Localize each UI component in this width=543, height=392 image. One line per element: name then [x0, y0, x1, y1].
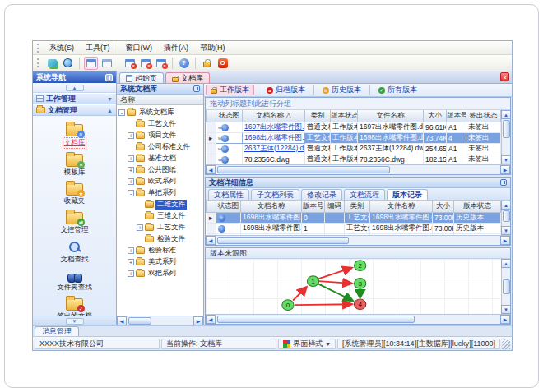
- resize-grip[interactable]: [502, 339, 510, 349]
- scrollbar-thumb[interactable]: [217, 166, 390, 173]
- column-file-name[interactable]: 文件名称: [370, 201, 433, 212]
- scroll-down-icon[interactable]: ▼: [501, 305, 510, 314]
- tree-horizontal-scrollbar[interactable]: ◀ ▶: [117, 316, 203, 325]
- sidebar-item-document-library[interactable]: ≡ 文档库: [38, 121, 112, 149]
- table-horizontal-scrollbar[interactable]: ◀ ▶: [206, 164, 510, 174]
- tree-item[interactable]: +美式系列: [118, 256, 203, 268]
- expand-icon[interactable]: +: [128, 167, 134, 173]
- tree-item[interactable]: 工艺文件: [118, 118, 203, 130]
- column-version-no[interactable]: 版本号: [302, 201, 325, 212]
- chevron-up-icon[interactable]: ▲: [107, 108, 113, 113]
- column-status-icon[interactable]: 状态图: [216, 110, 243, 122]
- scrollbar-thumb[interactable]: [217, 237, 349, 244]
- expand-icon[interactable]: +: [137, 224, 143, 231]
- window-view-icon[interactable]: [84, 57, 98, 70]
- table-row-selected[interactable]: ▸ w↑ 1698出水嘴零件图.dwg 工艺文件 工作版本 1698出水嘴零件图…: [207, 132, 501, 143]
- scrollbar-thumb[interactable]: [503, 279, 510, 294]
- exit-icon[interactable]: O: [216, 57, 230, 70]
- column-doc-name[interactable]: 文档名称: [241, 201, 302, 212]
- close-tab-icon[interactable]: ×: [500, 72, 509, 81]
- help-icon[interactable]: ?: [177, 57, 191, 70]
- tree-item[interactable]: 三维文件: [118, 210, 203, 222]
- close-window-icon[interactable]: ×: [123, 57, 137, 70]
- menu-system[interactable]: 系统(S): [44, 42, 80, 54]
- column-status-icon[interactable]: 状态图: [216, 201, 241, 212]
- table-row[interactable]: w↑ 78.2356C.dwg 普通文档 工作版本 78.2356C.dwg 1…: [207, 154, 501, 164]
- scroll-up-icon[interactable]: ▲: [501, 201, 510, 210]
- message-management-tab[interactable]: 消息管理: [35, 326, 79, 336]
- scroll-left-icon[interactable]: ◀: [206, 236, 216, 245]
- column-checkout-status[interactable]: 签出状态: [466, 110, 501, 122]
- scroll-right-icon[interactable]: ▶: [500, 165, 510, 174]
- scroll-up-icon[interactable]: ▲: [501, 110, 510, 119]
- row-marker-header[interactable]: [207, 110, 216, 122]
- scroll-right-icon[interactable]: ▶: [193, 316, 203, 325]
- tree-item-root[interactable]: -系统文档库: [118, 107, 203, 118]
- history-version-button[interactable]: h历史版本: [318, 85, 366, 95]
- scroll-down-icon[interactable]: ▼: [501, 226, 510, 235]
- group-by-area[interactable]: 拖动列标题到此进行分组: [206, 98, 510, 110]
- collapse-icon[interactable]: -: [118, 109, 125, 116]
- tree-column-header[interactable]: 名称: [117, 95, 203, 105]
- sidebar-group-work[interactable]: 工作管理 ▼: [33, 93, 116, 104]
- tree-item-selected[interactable]: 二维文件: [118, 199, 203, 210]
- tab-subdoc-list[interactable]: 子文档列表: [251, 189, 299, 200]
- tree-item[interactable]: 检验文件: [118, 233, 203, 245]
- table-horizontal-scrollbar[interactable]: ◀ ▶: [206, 235, 510, 245]
- scrollbar-thumb[interactable]: [503, 120, 510, 138]
- column-doc-name[interactable]: 文档名称 △: [243, 110, 305, 122]
- scroll-right-icon[interactable]: ▶: [500, 236, 510, 245]
- chevron-down-icon[interactable]: ▼: [107, 96, 113, 102]
- tab-modification-record[interactable]: 修改记录: [301, 189, 342, 200]
- version-graph-canvas[interactable]: 0 1 2 3 4: [206, 259, 501, 314]
- table-row-selected[interactable]: ▸ ↑ 1698出水嘴零件图.dwg 0 工艺文件 1698出水嘴零件图.dwg…: [207, 212, 501, 223]
- collapse-icon[interactable]: -: [128, 190, 134, 196]
- menu-window[interactable]: 窗口(W): [120, 42, 159, 54]
- expand-icon[interactable]: +: [128, 247, 134, 254]
- menu-tools[interactable]: 工具(T): [80, 42, 116, 54]
- collapse-up-icon[interactable]: ▲: [66, 85, 84, 91]
- sidebar-group-documents[interactable]: 文档管理 ▲: [33, 104, 116, 116]
- scrollbar-thumb[interactable]: [217, 316, 415, 323]
- scrollbar-thumb[interactable]: [128, 317, 151, 325]
- toolbar-grip[interactable]: [37, 44, 41, 53]
- tree-item[interactable]: +公共图纸: [118, 164, 203, 176]
- scroll-up-icon[interactable]: ▲: [501, 259, 510, 268]
- tree-item[interactable]: 公司标准文件: [118, 141, 203, 153]
- column-category[interactable]: 类别: [305, 110, 331, 122]
- table-row[interactable]: w↑ 1697出水嘴零件图.dwg 普通文档 工作版本 1697出水嘴零件图.d…: [207, 122, 501, 132]
- column-code[interactable]: 编码: [325, 201, 345, 212]
- scroll-left-icon[interactable]: ◀: [117, 316, 127, 325]
- tab-start-page[interactable]: 起始页: [119, 72, 164, 83]
- tree-item[interactable]: +基准文档: [118, 153, 203, 164]
- tree-item[interactable]: +项目文件: [118, 130, 203, 141]
- archive-version-button[interactable]: a归档版本: [262, 85, 310, 95]
- column-file-name[interactable]: 文件名称: [358, 110, 424, 122]
- column-category[interactable]: 类别: [345, 201, 370, 212]
- scroll-right-icon[interactable]: ▶: [500, 315, 510, 324]
- column-version-no[interactable]: 版本号: [447, 110, 466, 122]
- collapse-down-icon[interactable]: ▼: [66, 318, 84, 325]
- expand-icon[interactable]: +: [128, 178, 134, 185]
- connect-icon[interactable]: [45, 57, 59, 70]
- sidebar-item-template-library[interactable]: ✶ 模板库: [38, 151, 112, 178]
- pin-icon[interactable]: [105, 74, 113, 81]
- menu-plugins[interactable]: 插件(A): [158, 42, 194, 54]
- sidebar-item-doc-control[interactable]: ⇄ 文控管理: [38, 209, 112, 235]
- scroll-left-icon[interactable]: ◀: [206, 165, 216, 174]
- sidebar-item-folder-search[interactable]: 文件夹查找: [38, 267, 112, 293]
- toolbar-grip[interactable]: [37, 58, 41, 67]
- menu-help[interactable]: 帮助(H): [194, 42, 231, 54]
- pin-icon[interactable]: [500, 179, 507, 186]
- expand-icon[interactable]: +: [128, 259, 134, 265]
- tab-version-record[interactable]: 版本记录: [387, 189, 428, 200]
- window-list-icon[interactable]: [100, 57, 114, 70]
- tree-item[interactable]: -单把系列: [118, 187, 203, 199]
- tree-item[interactable]: +双把系列: [118, 268, 203, 279]
- close-all-windows-icon[interactable]: ×: [138, 57, 152, 70]
- expand-icon[interactable]: +: [128, 132, 134, 139]
- tree-item[interactable]: +检验标准: [118, 245, 203, 256]
- sidebar-item-doc-search[interactable]: 文档查找: [38, 238, 112, 265]
- table-row[interactable]: w↑ 2637主体(12284).dwg 普通文档 工作版本 2637主体(12…: [207, 143, 501, 154]
- tree-item[interactable]: +工艺文件: [118, 222, 203, 233]
